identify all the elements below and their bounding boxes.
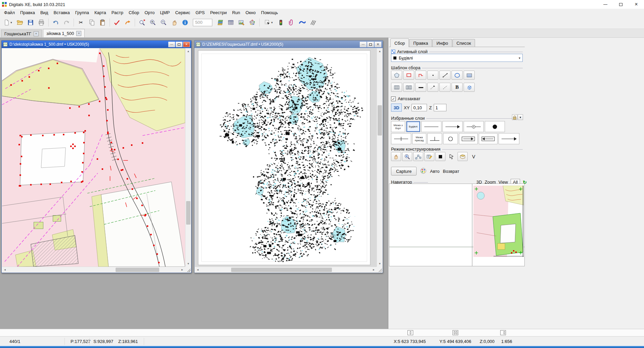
- return-button[interactable]: Возврат: [443, 169, 459, 174]
- scroll-down-button[interactable]: ▼: [185, 261, 191, 267]
- resize-grip[interactable]: [377, 267, 382, 272]
- zoom-in-button[interactable]: [148, 17, 158, 28]
- menu-registers[interactable]: Реестри: [207, 9, 229, 16]
- v-tool-button[interactable]: V: [469, 152, 479, 161]
- menu-collect[interactable]: Сбор: [126, 9, 142, 16]
- zoom-out-button[interactable]: [159, 17, 169, 28]
- template-polygon-button[interactable]: [391, 71, 402, 80]
- traffic-light-button[interactable]: [276, 17, 286, 28]
- tab-close-icon[interactable]: ×: [76, 31, 81, 36]
- settings-button[interactable]: [247, 17, 257, 28]
- scroll-up-button[interactable]: ▲: [377, 48, 382, 54]
- layers-button[interactable]: [215, 17, 225, 28]
- zoom-tool-button[interactable]: [402, 152, 412, 161]
- accept-button[interactable]: [112, 17, 122, 28]
- scroll-right-button[interactable]: ►: [179, 267, 185, 272]
- template-wall-button[interactable]: [391, 83, 402, 92]
- scroll-up-button[interactable]: ▲: [185, 48, 191, 54]
- menu-dem[interactable]: ЦМР: [157, 9, 172, 16]
- menu-map[interactable]: Карта: [92, 9, 109, 16]
- scroll-right-button[interactable]: ►: [371, 267, 377, 272]
- image-properties-button[interactable]: [237, 17, 247, 28]
- child-minimize-button[interactable]: —: [360, 42, 367, 47]
- tab-close-icon[interactable]: ×: [34, 31, 39, 36]
- node-edit-button[interactable]: [413, 152, 423, 161]
- active-layer-dropdown[interactable]: Будівлі ▾: [391, 54, 523, 62]
- menu-edit[interactable]: Правка: [17, 9, 38, 16]
- favorite-style-circle-dot-line[interactable]: [464, 121, 484, 132]
- template-orthogonal-button[interactable]: [415, 71, 426, 80]
- horizontal-scrollbar[interactable]: ◄ ►: [2, 267, 185, 272]
- smooth-line-button[interactable]: [297, 17, 307, 28]
- menu-raster[interactable]: Растр: [109, 9, 126, 16]
- scroll-thumb[interactable]: [116, 268, 159, 272]
- scroll-left-button[interactable]: ◄: [195, 267, 201, 272]
- tab-edit[interactable]: Правка: [409, 39, 432, 47]
- template-point-button[interactable]: [427, 71, 438, 80]
- favorite-layer-buildings[interactable]: Будівлі: [406, 121, 420, 132]
- menu-view[interactable]: Вид: [38, 9, 51, 16]
- vertical-scrollbar[interactable]: ▲ ▼: [185, 48, 191, 267]
- menu-help[interactable]: Помощь: [258, 9, 281, 16]
- child-minimize-button[interactable]: —: [168, 42, 175, 47]
- capture-button[interactable]: Capture: [391, 167, 417, 176]
- cut-button[interactable]: ✂: [76, 17, 86, 28]
- print-button[interactable]: [36, 17, 46, 28]
- pan-button[interactable]: [169, 17, 179, 28]
- select-cursor-button[interactable]: [446, 152, 457, 161]
- favorite-style-perpendicular[interactable]: [427, 133, 442, 144]
- palette-button[interactable]: [420, 167, 427, 175]
- menu-insert[interactable]: Вставка: [51, 9, 72, 16]
- scroll-left-button[interactable]: ◄: [2, 267, 8, 272]
- tab-list[interactable]: Список: [453, 39, 475, 47]
- template-thick-line-button[interactable]: [415, 83, 426, 92]
- minimize-button[interactable]: —: [598, 0, 613, 9]
- open-button[interactable]: [15, 17, 25, 28]
- child-maximize-button[interactable]: [176, 42, 182, 47]
- save-button[interactable]: [26, 17, 36, 28]
- z-tolerance-input[interactable]: [434, 104, 446, 111]
- favorite-style-solid-line[interactable]: [421, 121, 441, 132]
- map-canvas-overview[interactable]: [195, 48, 377, 267]
- resize-grip[interactable]: [185, 267, 191, 272]
- child-maximize-button[interactable]: [367, 42, 374, 47]
- table-button[interactable]: [226, 17, 236, 28]
- scroll-thumb[interactable]: [186, 201, 190, 225]
- navigator-box[interactable]: [389, 184, 525, 266]
- menu-run[interactable]: Run: [229, 9, 243, 16]
- menu-gps[interactable]: GPS: [193, 9, 207, 16]
- pane-layout-single-button[interactable]: [407, 330, 413, 335]
- zoom-window-button[interactable]: [137, 17, 147, 28]
- fill-square-button[interactable]: [435, 152, 445, 161]
- favorite-style-circle[interactable]: [443, 133, 458, 144]
- favorite-style-tick-line[interactable]: [391, 133, 411, 144]
- redo-button[interactable]: [61, 17, 72, 28]
- auto-mode-button[interactable]: Авто: [430, 169, 439, 174]
- close-button[interactable]: ×: [629, 0, 644, 9]
- template-dash-line-button[interactable]: [439, 83, 450, 92]
- favorite-style-arrow-line[interactable]: [442, 121, 463, 132]
- doc-tab-zyomka[interactable]: зйомка 1_500 ×: [43, 29, 85, 37]
- pane-layout-split-button[interactable]: [453, 330, 458, 335]
- horizontal-scrollbar[interactable]: ◄ ►: [195, 267, 377, 272]
- menu-ortho[interactable]: Орто: [142, 9, 157, 16]
- menu-service[interactable]: Сервис: [172, 9, 193, 16]
- scroll-thumb[interactable]: [231, 268, 332, 272]
- attribute-edit-button[interactable]: [424, 152, 434, 161]
- child-close-button[interactable]: ×: [183, 42, 190, 47]
- favorite-style-filled-circle[interactable]: [485, 121, 505, 132]
- template-hatch-area-button[interactable]: [464, 71, 475, 80]
- lock-button[interactable]: [512, 114, 517, 120]
- template-dash-arrow-button[interactable]: [427, 83, 438, 92]
- template-3d-body-button[interactable]: [464, 83, 475, 92]
- map-canvas-survey[interactable]: [2, 48, 185, 267]
- favorite-style-boxed-arrow-1[interactable]: [459, 133, 478, 144]
- template-rectangle-button[interactable]: [403, 71, 414, 80]
- select-frame-button[interactable]: ▾: [262, 17, 275, 28]
- navigator-minimap[interactable]: [473, 186, 524, 257]
- revert-button[interactable]: [123, 17, 133, 28]
- tab-collect[interactable]: Сбор: [390, 38, 409, 47]
- menu-group[interactable]: Группа: [73, 9, 92, 16]
- child-title-bar[interactable]: D:\dekstop\зйомка 1_500.dmf • USK2000(5)…: [2, 41, 191, 48]
- template-circle-button[interactable]: [452, 71, 463, 80]
